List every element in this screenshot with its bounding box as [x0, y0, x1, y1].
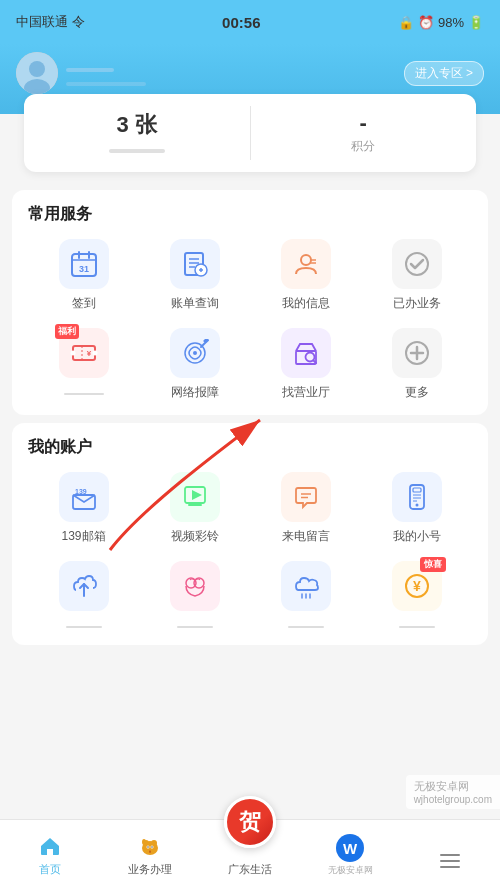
common-services-section: 常用服务 31 签到 — [12, 190, 488, 415]
surprise-badge: 惊喜 — [420, 557, 446, 572]
user-name-area — [16, 52, 146, 94]
svg-rect-19 — [73, 346, 95, 360]
more-icon-wrap — [392, 328, 442, 378]
carrier-text: 中国联通 令 — [16, 13, 85, 31]
money-icon-wrap: 惊喜 ¥ — [392, 561, 442, 611]
service-item-more[interactable]: 更多 — [361, 328, 472, 401]
repair-label: 网络报障 — [171, 384, 219, 401]
checkin-label: 签到 — [72, 295, 96, 312]
lock-icon: 🔒 — [398, 15, 414, 30]
vip-badge[interactable]: 进入专区 > — [404, 61, 484, 86]
service-item-love[interactable] — [139, 561, 250, 631]
card-label-left — [24, 142, 250, 156]
business-nav-label: 业务办理 — [128, 862, 172, 877]
svg-text:¥: ¥ — [413, 578, 421, 594]
service-item-checkin[interactable]: 31 签到 — [28, 239, 139, 312]
business-icon — [136, 832, 164, 860]
service-item-myinfo[interactable]: 我的信息 — [250, 239, 361, 312]
service-item-money[interactable]: 惊喜 ¥ — [361, 561, 472, 631]
wuji-icon: W — [336, 834, 364, 862]
upload-label — [66, 617, 102, 631]
cloud-icon-wrap — [281, 561, 331, 611]
nav-item-wuji[interactable]: W 无极安卓网 — [300, 834, 400, 881]
voicemail-label: 来电留言 — [282, 528, 330, 545]
service-item-coupon[interactable]: 福利 ¥ — [28, 328, 139, 401]
card-item-right[interactable]: - 积分 — [250, 106, 477, 160]
svg-text:31: 31 — [78, 264, 88, 274]
service-item-voicemail[interactable]: 来电留言 — [250, 472, 361, 545]
myinfo-label: 我的信息 — [282, 295, 330, 312]
service-item-mail139[interactable]: 139 139邮箱 — [28, 472, 139, 545]
watermark-line1: 无极安卓网 — [414, 779, 492, 794]
svg-text:139: 139 — [75, 488, 87, 495]
cloud-label — [288, 617, 324, 631]
svg-point-25 — [193, 351, 197, 355]
love-label — [177, 617, 213, 631]
card-value-left: 3 张 — [24, 110, 250, 140]
card-container: 3 张 - 积分 — [0, 104, 500, 182]
love-icon-wrap — [170, 561, 220, 611]
svg-point-21 — [92, 351, 97, 356]
home-nav-label: 首页 — [39, 862, 61, 877]
common-services-grid: 31 签到 账单查询 — [28, 239, 472, 401]
money-label — [399, 617, 435, 631]
watermark: 无极安卓网 wjhotelgroup.com — [406, 775, 500, 809]
svg-marker-36 — [192, 490, 202, 500]
card-value-right: - — [251, 110, 477, 136]
account-section: 我的账户 139 139邮箱 — [12, 423, 488, 645]
svg-point-18 — [406, 253, 428, 275]
watermark-line2: wjhotelgroup.com — [414, 794, 492, 805]
alarm-icon: ⏰ — [418, 15, 434, 30]
user-sub — [66, 75, 146, 89]
ringtone-icon-wrap — [170, 472, 220, 522]
common-services-title: 常用服务 — [28, 204, 472, 225]
user-name — [66, 58, 146, 75]
nav-item-guangdong[interactable]: 贺 广东生活 — [200, 806, 300, 881]
store-label: 找营业厅 — [282, 384, 330, 401]
account-services-grid: 139 139邮箱 视频彩铃 — [28, 472, 472, 631]
service-item-repair[interactable]: 网络报障 — [139, 328, 250, 401]
svg-point-58 — [151, 840, 157, 846]
user-info-row: 进入专区 > — [16, 52, 484, 94]
coupon-label — [64, 384, 104, 398]
service-item-bill[interactable]: 账单查询 — [139, 239, 250, 312]
done-icon-wrap — [392, 239, 442, 289]
voicemail-icon-wrap — [281, 472, 331, 522]
menu-icon — [436, 847, 464, 875]
more-label: 更多 — [405, 384, 429, 401]
service-item-upload[interactable] — [28, 561, 139, 631]
user-info-text — [66, 58, 146, 89]
svg-rect-42 — [413, 488, 421, 492]
guangdong-center-icon: 贺 — [224, 796, 276, 848]
nav-item-business[interactable]: 业务办理 — [100, 832, 200, 881]
mail139-label: 139邮箱 — [61, 528, 105, 545]
service-item-ringtone[interactable]: 视频彩铃 — [139, 472, 250, 545]
card-label-right: 积分 — [251, 138, 477, 155]
service-item-store[interactable]: 找营业厅 — [250, 328, 361, 401]
nav-item-menu[interactable] — [400, 847, 500, 881]
battery-area: 🔒 ⏰ 98% 🔋 — [398, 15, 484, 30]
avatar — [16, 52, 58, 94]
card-item-left[interactable]: 3 张 — [24, 106, 250, 160]
bill-label: 账单查询 — [171, 295, 219, 312]
service-item-cloud[interactable] — [250, 561, 361, 631]
fukuli-badge: 福利 — [55, 324, 79, 339]
svg-point-62 — [147, 846, 148, 847]
svg-point-15 — [301, 255, 311, 265]
home-icon — [36, 832, 64, 860]
coupon-icon-wrap: 福利 ¥ — [59, 328, 109, 378]
ringtone-label: 视频彩铃 — [171, 528, 219, 545]
svg-point-63 — [151, 846, 152, 847]
myinfo-icon-wrap — [281, 239, 331, 289]
guangdong-nav-label: 广东生活 — [228, 862, 272, 877]
status-bar: 中国联通 令 00:56 🔒 ⏰ 98% 🔋 — [0, 0, 500, 44]
service-item-subnum[interactable]: 我的小号 — [361, 472, 472, 545]
card-area: 3 张 - 积分 — [24, 94, 476, 172]
svg-point-46 — [415, 504, 418, 507]
service-item-done[interactable]: 已办业务 — [361, 239, 472, 312]
nav-item-home[interactable]: 首页 — [0, 832, 100, 881]
svg-text:¥: ¥ — [86, 349, 91, 358]
repair-icon-wrap — [170, 328, 220, 378]
svg-point-59 — [142, 839, 146, 845]
upload-icon-wrap — [59, 561, 109, 611]
